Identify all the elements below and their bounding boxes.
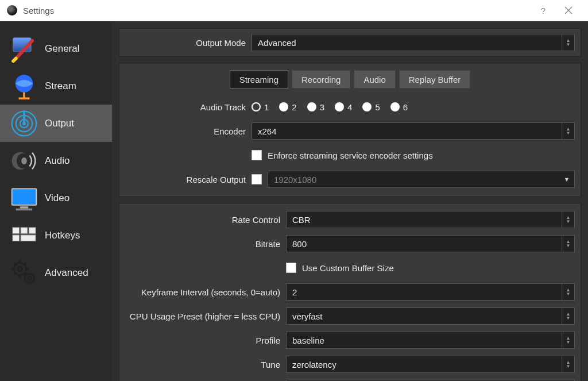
svg-rect-17: [12, 188, 37, 205]
sidebar-item-label: Hotkeys: [45, 230, 80, 241]
sidebar-item-general[interactable]: General: [0, 30, 112, 67]
sidebar-item-label: Audio: [45, 155, 69, 167]
svg-line-34: [24, 273, 26, 275]
video-icon: [9, 183, 39, 213]
enforce-label: Enforce streaming service encoder settin…: [268, 151, 433, 160]
rate-control-select[interactable]: CBR ▲▼: [286, 211, 575, 228]
tab-audio[interactable]: Audio: [354, 70, 395, 88]
custom-buffer-label: Use Custom Buffer Size: [302, 263, 394, 273]
sidebar-item-label: Stream: [45, 80, 76, 92]
rescale-select[interactable]: 1920x1080 ▼: [268, 171, 575, 188]
audio-track-3[interactable]: 3: [307, 102, 324, 112]
tab-streaming[interactable]: Streaming: [230, 70, 288, 88]
bitrate-input[interactable]: 800 ▲▼: [286, 235, 575, 252]
sidebar-item-output[interactable]: Output: [0, 105, 112, 142]
keyframe-label: Keyframe Interval (seconds, 0=auto): [125, 287, 286, 297]
output-mode-label: Output Mode: [125, 38, 252, 48]
svg-rect-19: [16, 208, 32, 210]
svg-line-33: [14, 263, 16, 265]
sidebar-item-label: Video: [45, 193, 69, 204]
profile-label: Profile: [125, 336, 286, 345]
settings-sidebar: General Stream Output: [0, 21, 112, 381]
output-mode-panel: Output Mode Advanced ▲▼: [119, 28, 581, 57]
svg-rect-22: [29, 227, 36, 233]
sidebar-item-label: Output: [45, 118, 74, 129]
svg-rect-23: [13, 234, 20, 241]
svg-point-26: [18, 267, 22, 271]
svg-point-13: [22, 122, 26, 125]
audio-track-4[interactable]: 4: [335, 102, 352, 112]
rescale-checkbox[interactable]: [252, 174, 262, 184]
output-icon: [9, 109, 39, 138]
rescale-label: Rescale Output: [125, 175, 252, 184]
svg-line-35: [24, 263, 26, 265]
sidebar-item-stream[interactable]: Stream: [0, 67, 112, 105]
rate-control-label: Rate Control: [125, 215, 286, 225]
stream-icon: [9, 71, 39, 101]
keyframe-input[interactable]: 2 ▲▼: [286, 283, 575, 301]
help-button[interactable]: ?: [531, 0, 556, 21]
audio-track-6[interactable]: 6: [390, 102, 408, 112]
custom-buffer-checkbox[interactable]: [286, 263, 296, 273]
svg-rect-21: [21, 227, 28, 233]
enforce-checkbox[interactable]: [252, 150, 262, 160]
svg-rect-20: [13, 227, 20, 233]
tab-replay-buffer[interactable]: Replay Buffer: [399, 70, 471, 88]
titlebar: Settings ?: [0, 0, 588, 21]
encoder-settings-panel: Rate Control CBR ▲▼ Bitrate 800 ▲▼: [119, 203, 581, 381]
cpu-preset-label: CPU Usage Preset (higher = less CPU): [125, 311, 286, 321]
audio-track-1[interactable]: 1: [252, 102, 269, 112]
audio-icon: [9, 146, 39, 176]
encoder-select[interactable]: x264 ▲▼: [252, 122, 575, 140]
tab-recording[interactable]: Recording: [292, 70, 350, 88]
general-icon: [9, 34, 39, 64]
chevron-down-icon: ▼: [559, 171, 574, 187]
sidebar-item-audio[interactable]: Audio: [0, 142, 112, 179]
svg-point-28: [28, 276, 32, 280]
output-mode-select[interactable]: Advanced ▲▼: [252, 34, 575, 51]
rescale-placeholder: 1920x1080: [274, 175, 316, 184]
profile-select[interactable]: baseline ▲▼: [286, 332, 575, 349]
audio-track-group: 1 2 3 4 5 6: [252, 102, 575, 112]
cpu-preset-select[interactable]: veryfast ▲▼: [286, 307, 575, 325]
bitrate-label: Bitrate: [125, 239, 286, 249]
audio-track-label: Audio Track: [125, 102, 252, 112]
hotkeys-icon: [9, 221, 39, 251]
encoder-value: x264: [258, 126, 277, 136]
audio-track-5[interactable]: 5: [362, 102, 380, 112]
audio-track-2[interactable]: 2: [279, 102, 296, 112]
sidebar-item-hotkeys[interactable]: Hotkeys: [0, 217, 112, 254]
obs-icon: [7, 5, 17, 16]
encoder-label: Encoder: [125, 126, 252, 136]
streaming-panel: Streaming Recording Audio Replay Buffer …: [119, 63, 581, 197]
sidebar-item-label: General: [45, 43, 79, 55]
settings-main: Output Mode Advanced ▲▼ Streaming Record…: [112, 21, 588, 381]
svg-line-36: [14, 273, 16, 275]
close-button[interactable]: [556, 0, 581, 21]
sidebar-item-advanced[interactable]: Advanced: [0, 254, 112, 291]
output-tabs: Streaming Recording Audio Replay Buffer: [119, 63, 581, 88]
output-mode-value: Advanced: [258, 38, 296, 48]
sidebar-item-video[interactable]: Video: [0, 179, 112, 217]
svg-line-5: [13, 58, 16, 61]
advanced-icon: [9, 258, 39, 288]
svg-rect-18: [20, 206, 28, 209]
svg-point-16: [21, 157, 26, 164]
tune-select[interactable]: zerolatency ▲▼: [286, 356, 575, 373]
window-title: Settings: [23, 6, 54, 16]
svg-rect-24: [21, 234, 36, 241]
sidebar-item-label: Advanced: [45, 267, 88, 279]
tune-label: Tune: [125, 360, 286, 370]
